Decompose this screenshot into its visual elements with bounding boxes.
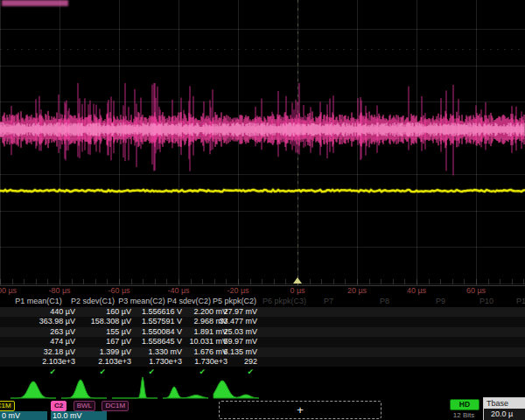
histicon[interactable] (61, 380, 107, 398)
time-axis-label: -100 µs (0, 286, 17, 296)
time-axis-label: -40 µs (167, 286, 189, 296)
time-axis-label: -80 µs (48, 286, 70, 296)
cropped-trace-annotation (2, 0, 68, 6)
measurement-header[interactable]: P2 sdev(C1) (71, 297, 115, 306)
time-axis-label: -60 µs (108, 286, 130, 296)
measurement-value: 25.03 mV (196, 327, 257, 337)
status-check-icon: ✔ (192, 368, 254, 376)
time-axis-label: 20 µs (347, 286, 367, 296)
table-row: P1 mean(C1)P2 sdev(C1)P3 mean(C2)P4 sdev… (0, 297, 525, 306)
timebase-label: Tbase (484, 398, 525, 409)
timebase-box[interactable]: Tbase 20.0 µ (483, 397, 525, 420)
channel-c1-descriptor[interactable]: DC1M 0 mV (0, 401, 48, 420)
c1-trace (0, 190, 525, 192)
oscilloscope-screen: -100 µs-80 µs-60 µs-40 µs-20 µs0 µs20 µs… (0, 0, 525, 420)
descriptor-bar: DC1M 0 mV C2 BWL DC1M 10.0 mV + HD 12 Bi… (0, 399, 525, 420)
measurement-value: 32.18 µV (14, 347, 75, 357)
plus-icon: + (297, 403, 304, 416)
add-trace-button[interactable]: + (219, 401, 382, 419)
measurement-histicons[interactable] (0, 376, 525, 401)
measurement-header-unused[interactable]: P6 pkpk(C3) (262, 297, 306, 306)
waveform-traces[interactable] (0, 0, 525, 285)
time-axis-label: -20 µs (227, 286, 248, 296)
c2-trace (0, 122, 524, 136)
measurement-header-unused[interactable]: P8 (380, 297, 389, 306)
histicon[interactable] (112, 377, 158, 398)
measurement-value: 363.98 µV (14, 317, 75, 326)
c1-vdiv-readout: 0 mV (0, 411, 47, 420)
table-row: 363.98 µV158.308 µV1.557591 V2.968 mV33.… (0, 317, 525, 326)
table-row: 263 µV155 µV1.550084 V1.891 mV25.03 mV (0, 327, 525, 337)
timebase-value: 20.0 µ (484, 409, 525, 419)
measurement-value: 474 µV (14, 337, 75, 346)
measurement-header[interactable]: P5 pkpk(C2) (213, 297, 256, 306)
measurement-header[interactable]: P3 mean(C2) (118, 297, 165, 306)
hd-mode-badge: HD (450, 399, 480, 410)
c2-bwl-chip: BWL (74, 401, 95, 411)
measurement-header-unused[interactable]: P10 (480, 297, 494, 306)
table-row: 32.18 µV1.399 µV1.330 mV1.676 mV6.135 mV (0, 347, 525, 357)
measurement-value: 2.103e+3 (14, 357, 75, 367)
measurement-value: 263 µV (14, 327, 75, 337)
measurement-header-unused[interactable]: P11 (516, 297, 525, 306)
histicon[interactable] (214, 381, 259, 398)
measurement-value: 292 (196, 357, 257, 367)
table-row: 474 µV167 µV1.558645 V10.031 mV59.97 mV (0, 337, 525, 346)
measurement-header[interactable]: P4 sdev(C2) (167, 297, 211, 306)
table-row: 2.103e+32.103e+31.730e+31.730e+3292 (0, 357, 525, 367)
waveform-grid[interactable] (0, 0, 525, 286)
measurement-value: 27.97 mV (196, 307, 257, 317)
measurement-table: P1 mean(C1)P2 sdev(C1)P3 mean(C2)P4 sdev… (0, 296, 525, 376)
time-axis-label: 40 µs (407, 286, 426, 296)
adc-bits-label: 12 Bits (446, 411, 481, 419)
channel-c2-descriptor[interactable]: C2 BWL DC1M 10.0 mV (51, 401, 217, 420)
measurement-value: 440 µV (14, 307, 75, 317)
measurement-value: 59.97 mV (196, 337, 257, 346)
histicon[interactable] (163, 387, 208, 398)
measurement-value: 6.135 mV (196, 347, 257, 357)
trigger-time-marker[interactable] (293, 277, 302, 284)
measurement-header-unused[interactable]: P7 (324, 297, 333, 306)
table-row: 440 µV160 µV1.556616 V2.200 mV27.97 mV (0, 307, 525, 317)
c2-coupling-chip: DC1M (102, 401, 129, 411)
measurement-header[interactable]: P1 mean(C1) (15, 297, 62, 306)
c1-coupling-chip: DC1M (0, 401, 15, 411)
c2-label-chip: C2 (51, 401, 66, 411)
time-axis-label: 0 µs (290, 286, 304, 296)
time-axis-label: 60 µs (466, 286, 486, 296)
c2-vdiv-readout: 10.0 mV (51, 411, 107, 420)
histicon[interactable] (10, 382, 56, 398)
measurement-header-unused[interactable]: P9 (436, 297, 445, 306)
measurement-value: 33.477 mV (196, 317, 257, 326)
